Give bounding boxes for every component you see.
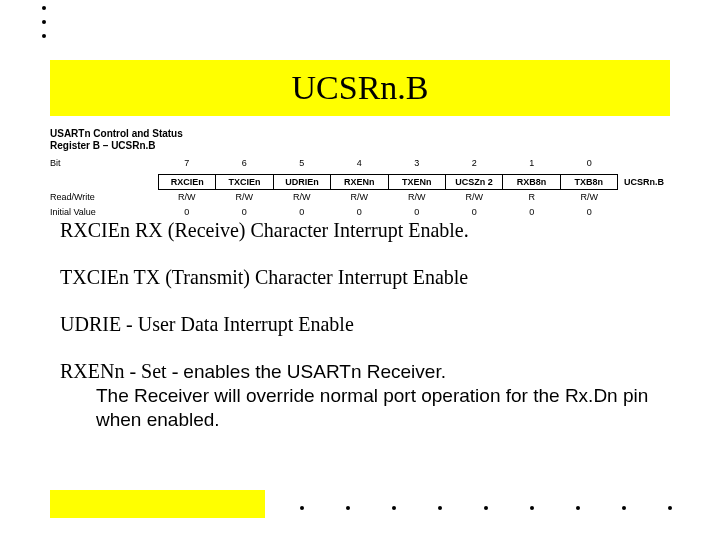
bit-name: UDRIEn [274, 175, 331, 189]
rw-cell: R/W [561, 190, 619, 205]
dot-icon [42, 20, 46, 24]
rw-cell: R [503, 190, 561, 205]
title-bar: UCSRn.B [50, 60, 670, 116]
para-txcien: TXCIEn TX (Transmit) Character Interrupt… [60, 265, 660, 290]
decorative-dots-top [42, 6, 46, 38]
dot-icon [346, 506, 350, 510]
rw-cell: R/W [216, 190, 274, 205]
rw-cell: R/W [331, 190, 389, 205]
row-label-column: Bit Read/Write Initial Value [50, 156, 158, 220]
para-rxcien: RXCIEn RX (Receive) Character Interrupt … [60, 218, 660, 243]
page-title: UCSRn.B [292, 69, 429, 107]
dot-icon [576, 506, 580, 510]
dot-icon [484, 506, 488, 510]
rw-cell: R/W [446, 190, 504, 205]
dot-icon [668, 506, 672, 510]
caption-line: USARTn Control and Status [50, 128, 183, 139]
bit-num: 6 [216, 156, 274, 171]
bit-name-row: RXCIEn TXCIEn UDRIEn RXENn TXENn UCSZn 2… [158, 174, 618, 190]
rw-cell: R/W [158, 190, 216, 205]
register-diagram: USARTn Control and Status Register B – U… [50, 128, 670, 220]
bit-num: 1 [503, 156, 561, 171]
rw-cell: R/W [273, 190, 331, 205]
caption-line: Register B – UCSRn.B [50, 140, 156, 151]
bit-num: 2 [446, 156, 504, 171]
dot-icon [530, 506, 534, 510]
bit-num: 7 [158, 156, 216, 171]
decorative-yellow-band [50, 490, 265, 518]
rxenn-sans-1: enables the USARTn Receiver. [183, 361, 446, 382]
bit-name: TXB8n [561, 175, 617, 189]
bit-num: 0 [561, 156, 619, 171]
bit-name: TXCIEn [216, 175, 273, 189]
row-label-bit: Bit [50, 156, 158, 171]
rxenn-sans-2: The Receiver will override normal port o… [96, 384, 660, 432]
dot-icon [300, 506, 304, 510]
bit-number-row: 7 6 5 4 3 2 1 0 [158, 156, 618, 171]
dot-icon [42, 34, 46, 38]
register-side-label: UCSRn.B [618, 156, 670, 190]
decorative-dots-bottom [300, 506, 672, 510]
bit-name: UCSZn 2 [446, 175, 503, 189]
body-text: RXCIEn RX (Receive) Character Interrupt … [60, 218, 660, 432]
register-caption: USARTn Control and Status Register B – U… [50, 128, 670, 152]
row-label-rw: Read/Write [50, 190, 158, 205]
para-rxenn: RXENn - Set - enables the USARTn Receive… [60, 359, 660, 432]
dot-icon [42, 6, 46, 10]
bit-name: RXENn [331, 175, 388, 189]
bit-num: 5 [273, 156, 331, 171]
bit-name: TXENn [389, 175, 446, 189]
para-udrie: UDRIE - User Data Interrupt Enable [60, 312, 660, 337]
rw-cell: R/W [388, 190, 446, 205]
rxenn-lead: RXENn - Set - [60, 360, 183, 382]
bit-num: 3 [388, 156, 446, 171]
dot-icon [438, 506, 442, 510]
dot-icon [392, 506, 396, 510]
bit-name: RXB8n [503, 175, 560, 189]
bit-name: RXCIEn [159, 175, 216, 189]
bit-num: 4 [331, 156, 389, 171]
rw-row: R/W R/W R/W R/W R/W R/W R R/W [158, 190, 618, 205]
bit-grid: 7 6 5 4 3 2 1 0 RXCIEn TXCIEn UDRIEn RXE… [158, 156, 618, 220]
dot-icon [622, 506, 626, 510]
